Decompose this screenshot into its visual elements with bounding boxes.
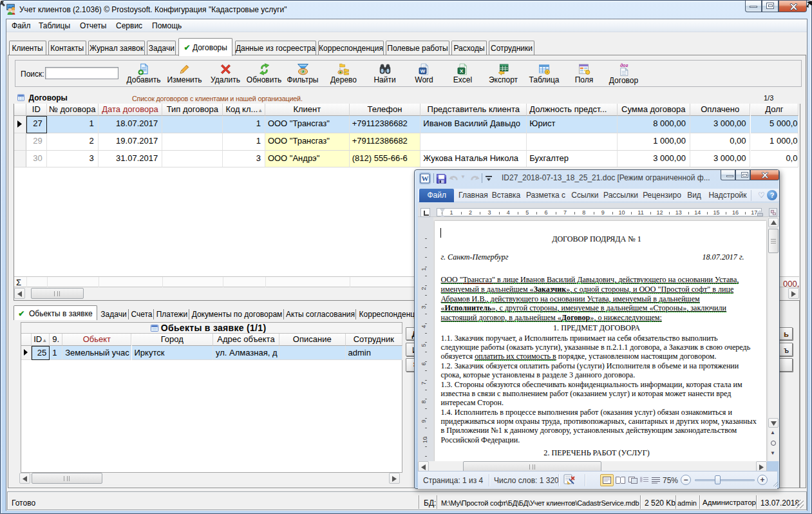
svg-text:W: W xyxy=(420,68,426,74)
svg-text:X: X xyxy=(460,68,464,74)
svg-text:W: W xyxy=(422,175,429,182)
